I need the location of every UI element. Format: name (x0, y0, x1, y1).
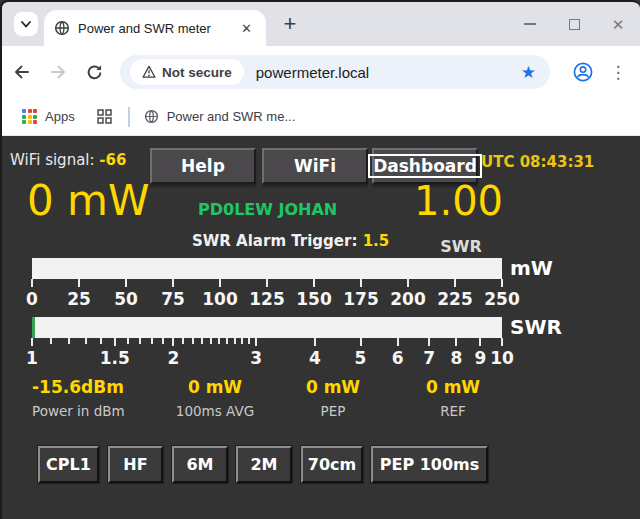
close-icon: ✕ (612, 17, 625, 32)
meter-tick (172, 279, 174, 287)
meter-tick (360, 338, 362, 346)
power-meter-bar (32, 258, 502, 279)
meter-tick-label: 5 (355, 348, 367, 368)
tab-strip: Power and SWR meter ✕ + ✕ (2, 2, 640, 46)
swr-meter: 11.52345678910 SWR (32, 317, 502, 383)
readout-value: -15.6dBm (32, 377, 125, 397)
meter-tick (455, 338, 457, 346)
callsign: PD0LEW JOHAN (198, 200, 337, 219)
meter-tick (201, 338, 203, 344)
power-meter: 0255075100125150175200225250 mW (32, 258, 502, 324)
swr-caption: SWR (429, 237, 493, 256)
meter-tick (234, 338, 236, 344)
bookmark-globe-icon (144, 109, 159, 124)
meter-tick (114, 338, 116, 346)
readout-value: 0 mW (162, 377, 268, 397)
reload-button[interactable] (78, 56, 110, 88)
meter-tick-label: 150 (296, 289, 332, 309)
2m-button[interactable]: 2M (236, 446, 292, 483)
meter-tick (407, 279, 409, 287)
meter-tick-label: 175 (343, 289, 379, 309)
6m-button[interactable]: 6M (172, 446, 228, 483)
tab-search-button[interactable] (14, 12, 38, 36)
browser-menu-icon[interactable]: ⋮ (608, 62, 628, 83)
meter-tick-label: 1.5 (100, 348, 130, 368)
meter-tick-label: 3 (250, 348, 262, 368)
meter-tick (218, 338, 220, 344)
meter-tick-label: 200 (390, 289, 426, 309)
utc-clock: UTC 08:43:31 (481, 153, 594, 171)
power-meter-unit: mW (510, 256, 553, 280)
forward-icon (48, 62, 68, 82)
meter-tick-label: 225 (437, 289, 473, 309)
address-bar[interactable]: Not secure powermeter.local ★ (120, 55, 550, 89)
security-chip[interactable]: Not secure (130, 59, 244, 85)
back-button[interactable] (6, 56, 38, 88)
meter-tick-label: 250 (484, 289, 520, 309)
wifi-button[interactable]: WiFi (262, 148, 368, 184)
window-controls: ✕ (508, 2, 640, 46)
meter-tick (31, 338, 33, 346)
readout-ref: 0 mW REF (403, 377, 503, 419)
swr-meter-fill (32, 317, 35, 338)
warning-icon (142, 65, 156, 79)
meter-tick (127, 338, 129, 344)
help-button-label: Help (181, 156, 225, 176)
apps-bookmark-label[interactable]: Apps (45, 109, 75, 124)
dashboard-button-label: Dashboard (368, 154, 482, 178)
profile-button[interactable] (572, 61, 594, 83)
meter-tick (248, 338, 250, 344)
meter-tick (50, 338, 52, 344)
meter-tick (151, 338, 153, 344)
swr-alarm-value: 1.5 (363, 232, 390, 250)
meter-tick (219, 279, 221, 287)
meter-tick-label: 4 (309, 348, 321, 368)
meter-tick (479, 338, 481, 346)
tab-title: Power and SWR meter (78, 21, 237, 36)
meter-tick (172, 338, 174, 346)
meter-tick-label: 100 (202, 289, 238, 309)
readout-label: PEP (283, 403, 383, 419)
readout-power-dbm: -15.6dBm Power in dBm (32, 377, 125, 419)
reading-list-icon[interactable] (97, 109, 112, 124)
forward-button[interactable] (42, 56, 74, 88)
readout-label: 100ms AVG (162, 403, 268, 419)
globe-icon (54, 20, 70, 36)
tab-close-icon[interactable]: ✕ (237, 19, 256, 38)
readout-label: REF (403, 403, 503, 419)
meter-tick (266, 279, 268, 287)
page-bookmark-label[interactable]: Power and SWR me... (167, 109, 296, 124)
new-tab-button[interactable]: + (276, 10, 304, 38)
maximize-icon (569, 19, 580, 30)
power-value-big: 0 mW (27, 176, 150, 225)
meter-tick (68, 338, 70, 344)
meter-tick (428, 338, 430, 346)
wifi-signal: WiFi signal: -66 (10, 151, 126, 169)
back-icon (12, 62, 32, 82)
wifi-signal-label: WiFi signal: (10, 151, 95, 169)
swr-meter-bar (32, 317, 502, 338)
bookmark-star-icon[interactable]: ★ (517, 62, 540, 83)
security-chip-label: Not secure (162, 65, 232, 80)
meter-tick-label: 2 (168, 348, 180, 368)
meter-tick (360, 279, 362, 287)
active-tab[interactable]: Power and SWR meter ✕ (44, 10, 266, 46)
apps-grid-icon[interactable] (22, 109, 37, 124)
help-button[interactable]: Help (150, 148, 256, 184)
meter-tick (255, 338, 257, 346)
url-text[interactable]: powermeter.local (256, 64, 517, 81)
hf-button[interactable]: HF (108, 446, 163, 483)
meter-tick (78, 279, 80, 287)
swr-alarm-trigger: SWR Alarm Trigger: 1.5 (192, 232, 389, 250)
cpl1-button[interactable]: CPL1 (38, 446, 99, 483)
swr-meter-unit: SWR (510, 315, 562, 339)
minimize-button[interactable] (508, 2, 552, 46)
70cm-button[interactable]: 70cm (301, 446, 363, 483)
meter-tick-label: 50 (114, 289, 138, 309)
meter-tick (397, 338, 399, 346)
pep-100ms-button[interactable]: PEP 100ms (371, 446, 488, 483)
meter-tick (313, 279, 315, 287)
close-button[interactable]: ✕ (596, 2, 640, 46)
browser-toolbar: Not secure powermeter.local ★ ⋮ (2, 46, 640, 98)
maximize-button[interactable] (552, 2, 596, 46)
